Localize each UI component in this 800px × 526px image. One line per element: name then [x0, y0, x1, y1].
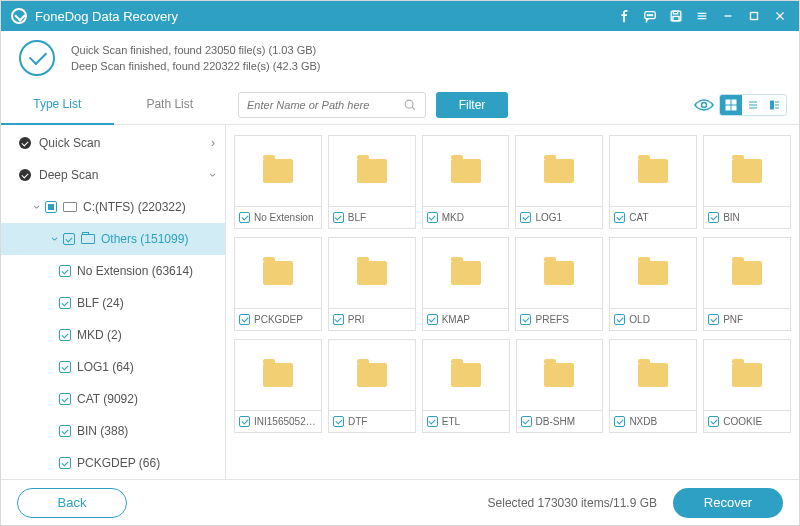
sidebar-item[interactable]: BLF (24) [1, 287, 225, 319]
sidebar-item[interactable]: PCKGDEP (66) [1, 447, 225, 479]
view-detail-icon[interactable] [764, 95, 786, 115]
svg-rect-11 [751, 13, 758, 20]
folder-icon [263, 261, 293, 285]
checkbox[interactable] [59, 361, 71, 373]
checkbox[interactable] [239, 416, 250, 427]
sidebar-deep-scan[interactable]: Deep Scan › [1, 159, 225, 191]
tab-type-list[interactable]: Type List [1, 85, 114, 125]
sidebar-label: CAT (9092) [77, 392, 138, 406]
checkbox[interactable] [427, 416, 438, 427]
file-card[interactable]: ETL [422, 339, 510, 433]
sidebar-item[interactable]: MKD (2) [1, 319, 225, 351]
search-icon [403, 98, 417, 112]
checkbox[interactable] [427, 314, 438, 325]
checkbox[interactable] [427, 212, 438, 223]
checkbox[interactable] [708, 416, 719, 427]
file-card[interactable]: DTF [328, 339, 416, 433]
minimize-icon[interactable] [715, 1, 741, 31]
sidebar-item[interactable]: CAT (9092) [1, 383, 225, 415]
save-icon[interactable] [663, 1, 689, 31]
view-list-icon[interactable] [742, 95, 764, 115]
checkbox[interactable] [45, 201, 57, 213]
svg-point-2 [649, 15, 650, 16]
search-input[interactable] [247, 99, 403, 111]
view-grid-icon[interactable] [720, 95, 742, 115]
file-card[interactable]: No Extension [234, 135, 322, 229]
file-label: No Extension [254, 212, 313, 223]
tab-path-list[interactable]: Path List [114, 85, 227, 125]
folder-icon [544, 363, 574, 387]
file-card[interactable]: PCKGDEP [234, 237, 322, 331]
deep-scan-summary: Deep Scan finished, found 220322 file(s)… [71, 58, 320, 74]
search-input-wrapper[interactable] [238, 92, 426, 118]
file-card[interactable]: BIN [703, 135, 791, 229]
checkbox[interactable] [333, 314, 344, 325]
sidebar-item[interactable]: No Extension (63614) [1, 255, 225, 287]
sidebar-others[interactable]: › Others (151099) [1, 223, 225, 255]
checkbox[interactable] [239, 212, 250, 223]
file-card[interactable]: COOKIE [703, 339, 791, 433]
back-button[interactable]: Back [17, 488, 127, 518]
preview-icon[interactable] [693, 96, 715, 114]
sidebar-label: Quick Scan [39, 136, 100, 150]
sidebar-label: BLF (24) [77, 296, 124, 310]
status-dot-icon [19, 137, 31, 149]
filter-button[interactable]: Filter [436, 92, 508, 118]
sidebar-label: Others (151099) [101, 232, 188, 246]
status-dot-icon [19, 169, 31, 181]
checkbox[interactable] [63, 233, 75, 245]
checkbox[interactable] [520, 212, 531, 223]
sidebar-item[interactable]: BIN (388) [1, 415, 225, 447]
checkbox[interactable] [708, 314, 719, 325]
file-card[interactable]: PNF [703, 237, 791, 331]
file-label: PCKGDEP [254, 314, 303, 325]
file-label: NXDB [629, 416, 657, 427]
maximize-icon[interactable] [741, 1, 767, 31]
file-card[interactable]: KMAP [422, 237, 510, 331]
file-card[interactable]: CAT [609, 135, 697, 229]
file-label: CAT [629, 212, 648, 223]
close-icon[interactable] [767, 1, 793, 31]
folder-icon [263, 159, 293, 183]
file-card[interactable]: LOG1 [515, 135, 603, 229]
checkbox[interactable] [521, 416, 532, 427]
folder-icon [357, 261, 387, 285]
checkbox[interactable] [708, 212, 719, 223]
sidebar-quick-scan[interactable]: Quick Scan › [1, 127, 225, 159]
file-card[interactable]: INI1565052569 [234, 339, 322, 433]
file-card[interactable]: MKD [422, 135, 510, 229]
file-card[interactable]: NXDB [609, 339, 697, 433]
facebook-icon[interactable] [611, 1, 637, 31]
file-card[interactable]: PREFS [515, 237, 603, 331]
checkbox[interactable] [614, 314, 625, 325]
sidebar-item[interactable]: LOG1 (64) [1, 351, 225, 383]
file-label: DB-SHM [536, 416, 575, 427]
checkbox[interactable] [59, 297, 71, 309]
checkbox[interactable] [614, 212, 625, 223]
folder-icon [638, 261, 668, 285]
checkbox[interactable] [59, 329, 71, 341]
checkbox[interactable] [59, 425, 71, 437]
checkbox[interactable] [333, 416, 344, 427]
folder-icon [544, 159, 574, 183]
sidebar-drive[interactable]: › C:(NTFS) (220322) [1, 191, 225, 223]
checkbox[interactable] [59, 393, 71, 405]
feedback-icon[interactable] [637, 1, 663, 31]
drive-icon [63, 202, 77, 212]
checkbox[interactable] [59, 457, 71, 469]
checkbox[interactable] [239, 314, 250, 325]
file-card[interactable]: BLF [328, 135, 416, 229]
file-card[interactable]: OLD [609, 237, 697, 331]
checkbox[interactable] [614, 416, 625, 427]
file-card[interactable]: PRI [328, 237, 416, 331]
svg-rect-6 [673, 16, 679, 20]
checkbox[interactable] [59, 265, 71, 277]
file-card[interactable]: DB-SHM [516, 339, 604, 433]
recover-button[interactable]: Recover [673, 488, 783, 518]
checkbox[interactable] [520, 314, 531, 325]
checkbox[interactable] [333, 212, 344, 223]
file-label: ETL [442, 416, 460, 427]
check-circle-icon [19, 40, 55, 76]
folder-icon [732, 159, 762, 183]
menu-icon[interactable] [689, 1, 715, 31]
